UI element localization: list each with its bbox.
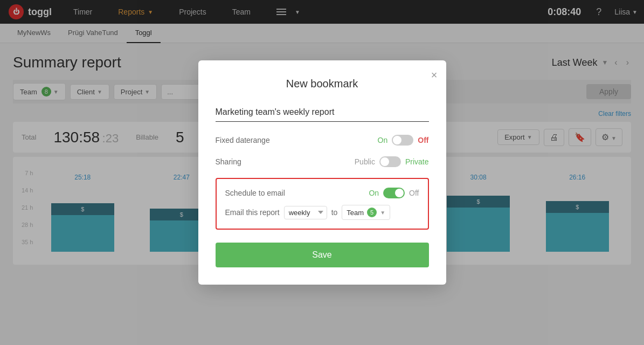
modal-close-button[interactable]: × — [431, 69, 438, 81]
schedule-knob — [395, 189, 404, 197]
sharing-toggle-group: Public Private — [355, 156, 429, 167]
bookmark-name-input[interactable] — [216, 103, 429, 122]
schedule-toggle-group: On Off — [369, 188, 419, 198]
private-label: Private — [405, 157, 429, 166]
sharing-knob — [380, 157, 389, 166]
modal-overlay: × New bookmark Fixed daterange On Off Sh… — [0, 0, 644, 345]
modal-title: New bookmark — [216, 78, 429, 90]
fixed-daterange-off-label: Off — [418, 136, 428, 144]
team-count-badge: 5 — [367, 208, 377, 217]
email-report-label: Email this report — [225, 208, 280, 217]
schedule-label: Schedule to email — [225, 189, 285, 197]
sharing-label: Sharing — [216, 157, 241, 166]
fixed-daterange-toggle-group: On Off — [378, 135, 429, 146]
team-select-arrow: ▼ — [380, 210, 385, 216]
schedule-box: Schedule to email On Off Email this repo… — [216, 178, 429, 230]
email-report-row: Email this report weekly daily monthly t… — [225, 205, 419, 220]
fixed-daterange-row: Fixed daterange On Off — [216, 135, 429, 146]
team-select-label: Team — [347, 209, 364, 217]
sharing-toggle[interactable] — [379, 156, 401, 167]
sharing-row: Sharing Public Private — [216, 156, 429, 167]
public-label: Public — [355, 157, 375, 166]
team-select-button[interactable]: Team 5 ▼ — [342, 205, 390, 220]
schedule-on-label: On — [369, 189, 379, 197]
fixed-daterange-label: Fixed daterange — [216, 136, 270, 144]
fixed-daterange-on-label: On — [378, 136, 388, 144]
frequency-select[interactable]: weekly daily monthly — [284, 206, 327, 219]
schedule-toggle-row: Schedule to email On Off — [225, 188, 419, 198]
to-label: to — [331, 208, 338, 217]
fixed-daterange-toggle[interactable] — [392, 135, 413, 146]
toggle-knob — [393, 136, 401, 144]
schedule-off-label: Off — [409, 189, 419, 197]
schedule-toggle[interactable] — [383, 188, 405, 198]
save-button[interactable]: Save — [216, 243, 429, 267]
new-bookmark-modal: × New bookmark Fixed daterange On Off Sh… — [198, 60, 446, 285]
